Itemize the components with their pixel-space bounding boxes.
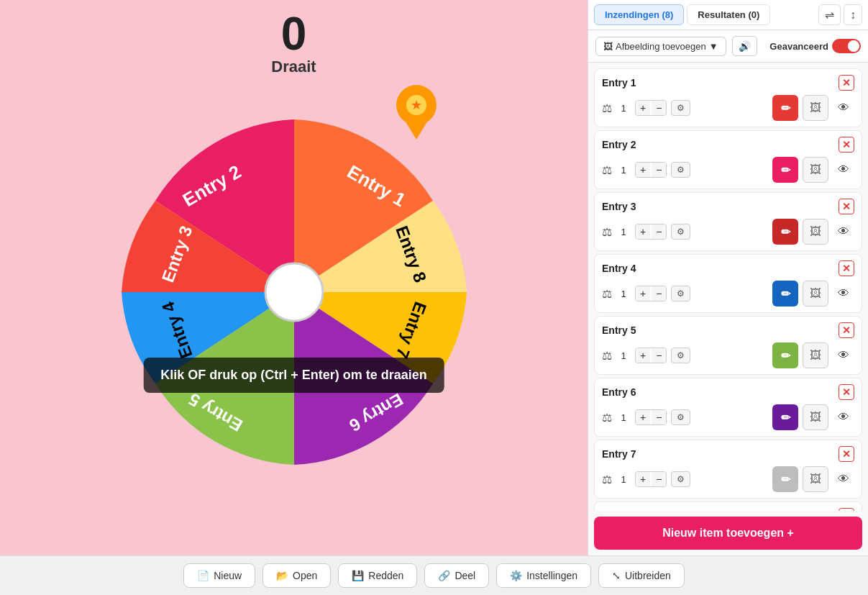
bottom-toolbar: 📄 Nieuw 📂 Open 💾 Redden 🔗 Deel ⚙️ Instel… [0, 555, 868, 595]
save-btn[interactable]: 💾 Redden [338, 563, 417, 588]
entry-settings-btn-6[interactable]: ⚙ [671, 409, 690, 425]
wheel-svg[interactable]: Entry 1 Entry 2 Entry 3 Entry 4 Entry 5 … [107, 105, 481, 479]
wheel-container[interactable]: ★ Entry 1 Entry 2 Entry 3 Entry 4 E [107, 105, 481, 479]
entry-eye-btn-3[interactable]: 👁 [833, 223, 854, 240]
weight-icon-4: ⚖ [602, 287, 612, 301]
weight-dec-4[interactable]: − [652, 286, 666, 301]
entry-delete-btn-8[interactable]: ✕ [839, 508, 854, 511]
entry-delete-btn-1[interactable]: ✕ [839, 75, 854, 91]
entry-name-1: Entry 1 [602, 77, 834, 88]
table-row: Entry 7 ✕ ⚖ 1 + − ⚙ ✏ 🖼 👁 [594, 440, 862, 499]
table-row: Entry 2 ✕ ⚖ 1 + − ⚙ ✏ 🖼 👁 [594, 130, 862, 189]
entry-settings-btn-4[interactable]: ⚙ [671, 286, 690, 301]
weight-val-5: 1 [616, 350, 631, 361]
entry-img-btn-5[interactable]: 🖼 [803, 342, 828, 368]
left-panel: 0 Draait ★ Entry 1 Entry 2 [0, 0, 588, 555]
entry-name-2: Entry 2 [602, 139, 834, 150]
entry-img-btn-4[interactable]: 🖼 [803, 281, 828, 306]
spin-label: Draait [271, 58, 316, 76]
entry-eye-btn-5[interactable]: 👁 [833, 347, 854, 364]
weight-icon-1: ⚖ [602, 101, 612, 115]
dropdown-arrow: ▼ [709, 41, 718, 52]
weight-inc-5[interactable]: + [636, 348, 650, 363]
entry-name-7: Entry 7 [602, 448, 834, 460]
weight-dec-2[interactable]: − [652, 163, 666, 177]
entry-settings-btn-7[interactable]: ⚙ [671, 471, 690, 487]
entry-color-btn-4[interactable]: ✏ [772, 281, 798, 306]
new-icon: 📄 [197, 570, 209, 581]
entry-name-5: Entry 5 [602, 324, 834, 336]
table-row: Entry 6 ✕ ⚖ 1 + − ⚙ ✏ 🖼 👁 [594, 378, 862, 437]
sort-icon-btn[interactable]: ↕ [844, 4, 862, 25]
entry-delete-btn-7[interactable]: ✕ [839, 446, 854, 462]
entry-name-6: Entry 6 [602, 386, 834, 398]
svg-point-12 [265, 263, 323, 321]
spin-count: 0 [281, 7, 307, 60]
entry-color-btn-7[interactable]: ✏ [772, 466, 798, 492]
sound-btn[interactable]: 🔊 [732, 36, 757, 56]
weight-icon-5: ⚖ [602, 349, 612, 363]
settings-btn[interactable]: ⚙️ Instellingen [496, 563, 591, 588]
open-btn[interactable]: 📂 Open [262, 563, 331, 588]
weight-icon-2: ⚖ [602, 163, 612, 177]
entry-eye-btn-6[interactable]: 👁 [833, 409, 854, 426]
share-btn[interactable]: 🔗 Deel [424, 563, 489, 588]
add-item-btn[interactable]: Nieuw item toevoegen + [594, 517, 862, 550]
expand-label: Uitbreiden [625, 570, 671, 581]
entry-img-btn-2[interactable]: 🖼 [803, 157, 828, 183]
entry-delete-btn-2[interactable]: ✕ [839, 137, 854, 153]
open-icon: 📂 [276, 570, 288, 581]
entry-eye-btn-7[interactable]: 👁 [833, 471, 854, 488]
new-btn[interactable]: 📄 Nieuw [183, 563, 255, 588]
weight-inc-3[interactable]: + [636, 224, 650, 239]
shuffle-icon-btn[interactable]: ⇌ [818, 4, 841, 25]
spin-instruction[interactable]: Klik OF druk op (Ctrl + Enter) om te dra… [143, 358, 444, 393]
table-row: Entry 5 ✕ ⚖ 1 + − ⚙ ✏ 🖼 👁 [594, 316, 862, 375]
weight-dec-3[interactable]: − [652, 224, 666, 239]
weight-dec-6[interactable]: − [652, 410, 666, 424]
entry-delete-btn-3[interactable]: ✕ [839, 199, 854, 214]
entry-img-btn-6[interactable]: 🖼 [803, 404, 828, 430]
right-header: 🖼 Afbeelding toevoegen ▼ 🔊 Geavanceerd [588, 30, 868, 63]
entry-img-btn-1[interactable]: 🖼 [803, 95, 828, 121]
entry-settings-btn-2[interactable]: ⚙ [671, 162, 690, 178]
toggle-switch[interactable] [832, 39, 861, 53]
weight-inc-1[interactable]: + [636, 101, 650, 115]
weight-btns-7: + − [635, 471, 667, 487]
tab-results[interactable]: Resultaten (0) [687, 4, 770, 25]
entry-eye-btn-2[interactable]: 👁 [833, 161, 854, 178]
weight-btns-6: + − [635, 409, 667, 425]
entry-color-btn-5[interactable]: ✏ [772, 342, 798, 368]
advanced-toggle: Geavanceerd [769, 39, 861, 53]
entry-settings-btn-5[interactable]: ⚙ [671, 348, 690, 363]
entry-settings-btn-3[interactable]: ⚙ [671, 224, 690, 240]
entry-color-btn-3[interactable]: ✏ [772, 219, 798, 245]
entry-color-btn-2[interactable]: ✏ [772, 157, 798, 183]
entry-delete-btn-6[interactable]: ✕ [839, 384, 854, 400]
add-image-btn[interactable]: 🖼 Afbeelding toevoegen ▼ [595, 37, 726, 56]
entry-img-btn-3[interactable]: 🖼 [803, 219, 828, 245]
entry-settings-btn-1[interactable]: ⚙ [671, 100, 690, 116]
weight-dec-1[interactable]: − [652, 101, 666, 115]
right-tabs: Inzendingen (8) Resultaten (0) ⇌ ↕ [588, 0, 868, 30]
entry-delete-btn-4[interactable]: ✕ [839, 260, 854, 276]
entry-color-btn-6[interactable]: ✏ [772, 404, 798, 430]
weight-inc-2[interactable]: + [636, 163, 650, 177]
weight-icon-7: ⚖ [602, 473, 612, 486]
expand-btn[interactable]: ⤡ Uitbreiden [598, 563, 685, 588]
settings-icon: ⚙️ [510, 570, 522, 581]
wheel-pointer: ★ [395, 83, 438, 141]
weight-inc-7[interactable]: + [636, 472, 650, 486]
tab-submissions[interactable]: Inzendingen (8) [594, 4, 684, 25]
entry-delete-btn-5[interactable]: ✕ [839, 322, 854, 338]
svg-text:★: ★ [411, 98, 422, 112]
entry-eye-btn-4[interactable]: 👁 [833, 285, 854, 302]
entry-color-btn-1[interactable]: ✏ [772, 95, 798, 121]
entry-eye-btn-1[interactable]: 👁 [833, 99, 854, 117]
weight-inc-6[interactable]: + [636, 410, 650, 424]
weight-inc-4[interactable]: + [636, 286, 650, 301]
weight-dec-5[interactable]: − [652, 348, 666, 363]
weight-dec-7[interactable]: − [652, 472, 666, 486]
new-label: Nieuw [214, 570, 242, 581]
entry-img-btn-7[interactable]: 🖼 [803, 466, 828, 492]
